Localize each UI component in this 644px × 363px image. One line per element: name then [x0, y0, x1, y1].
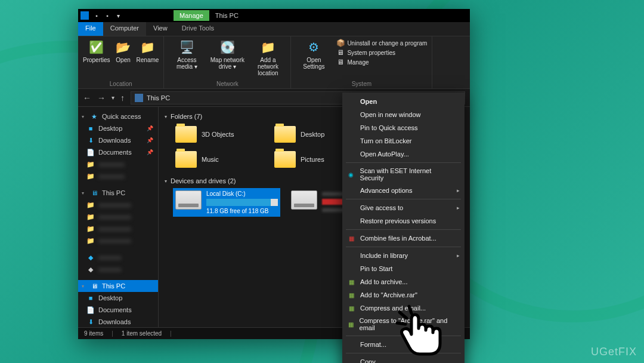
sidebar-quick-access[interactable]: ▾ ★ Quick access	[78, 110, 158, 122]
ctx-pin-start[interactable]: Pin to Start	[342, 262, 465, 275]
drive-free-text: 11.8 GB free of 118 GB	[206, 208, 278, 214]
sidebar-item-documents[interactable]: 📄 Documents	[78, 304, 158, 316]
sidebar-item-downloads[interactable]: ⬇ Downloads	[78, 316, 158, 327]
drive-local-disk-c[interactable]: Local Disk (C:) 11.8 GB free of 118 GB	[173, 188, 280, 217]
ctx-autoplay[interactable]: Open AutoPlay...	[342, 147, 465, 161]
sidebar-item-blurred[interactable]: 📁xxxxxxxxxx	[78, 235, 158, 247]
sidebar-item-desktop[interactable]: ■ Desktop	[78, 292, 158, 304]
folder-icon	[274, 151, 296, 168]
sidebar-item-blurred[interactable]: 📁xxxxxxxxxx	[78, 199, 158, 211]
ctx-restore-versions[interactable]: Restore previous versions	[342, 214, 465, 227]
winrar-icon: ▦	[347, 278, 355, 286]
back-button[interactable]: ←	[83, 93, 91, 103]
tab-file[interactable]: File	[78, 22, 103, 36]
ctx-label: Turn on BitLocker	[360, 137, 411, 144]
section-label: Devices and drives (2)	[171, 177, 236, 184]
ctx-label: Pin to Quick access	[360, 124, 418, 131]
sidebar-item-blurred[interactable]: 📁xxxxxxxxxx	[78, 211, 158, 223]
open-button[interactable]: 📂 Open	[115, 39, 132, 63]
ribbon-label: Add a network location	[250, 57, 286, 76]
folder-label: 3D Objects	[202, 131, 234, 138]
ctx-format[interactable]: Format...	[342, 338, 465, 351]
ribbon-tabs: File Computer View Drive Tools	[78, 22, 470, 36]
sidebar-item-blurred[interactable]: 📁xxxxxxxx	[78, 170, 158, 182]
system-properties-button[interactable]: 🖥 System properties	[336, 48, 427, 57]
qat-icon[interactable]: ▪	[92, 11, 101, 20]
quick-access-toolbar: ▪ ▪ ▾	[92, 11, 122, 20]
access-media-button[interactable]: 🖥️ Access media ▾	[169, 39, 205, 76]
sidebar-item-documents[interactable]: 📄 Documents 📌	[78, 146, 158, 158]
group-label: Network	[169, 79, 286, 87]
open-settings-button[interactable]: ⚙ Open Settings	[296, 39, 332, 70]
map-drive-button[interactable]: 💽 Map network drive ▾	[209, 39, 245, 76]
qat-icon[interactable]: ▪	[103, 11, 112, 20]
ribbon-group-location: ✅ Properties 📂 Open 📁 Rename Location	[78, 36, 164, 88]
winrar-icon: ▦	[347, 320, 355, 328]
drive-icon: 💽	[219, 39, 236, 56]
ribbon-label: Map network drive ▾	[209, 57, 245, 70]
ctx-bitlocker[interactable]: Turn on BitLocker	[342, 134, 465, 147]
uninstall-program-button[interactable]: 📦 Uninstall or change a program	[336, 39, 427, 47]
ribbon-label: Open	[116, 57, 130, 63]
ctx-pin-quick-access[interactable]: Pin to Quick access	[342, 121, 465, 134]
ctx-add-archive[interactable]: ▦Add to archive...	[342, 275, 465, 288]
sidebar-this-pc[interactable]: ▾ 🖥 This PC	[78, 187, 158, 199]
chevron-down-icon: ▾	[165, 114, 167, 119]
window-title: This PC	[209, 10, 244, 21]
contextual-tab-manage[interactable]: Manage	[174, 10, 209, 21]
sidebar-item-blurred[interactable]: 📁xxxxxxxx	[78, 158, 158, 170]
ctx-label: Combine files in Acrobat...	[360, 235, 436, 242]
forward-button[interactable]: →	[97, 93, 106, 103]
drive-label: Local Disk (C:)	[206, 190, 278, 197]
properties-button[interactable]: ✅ Properties	[83, 39, 110, 63]
folder-3d-objects[interactable]: 3D Objects	[173, 124, 268, 145]
ctx-advanced-options[interactable]: Advanced options▸	[342, 184, 465, 197]
qat-dropdown-icon[interactable]: ▾	[114, 11, 122, 20]
sidebar-item-downloads[interactable]: ⬇ Downloads 📌	[78, 134, 158, 146]
sidebar-item-label: Desktop	[98, 294, 122, 302]
manage-button[interactable]: 🖥 Manage	[336, 58, 427, 66]
ribbon-label: Uninstall or change a program	[347, 40, 427, 47]
sidebar-item-desktop[interactable]: ■ Desktop 📌	[78, 122, 158, 134]
add-network-location-button[interactable]: 📁 Add a network location	[250, 39, 286, 76]
folder-icon	[175, 151, 197, 168]
rename-button[interactable]: 📁 Rename	[137, 39, 159, 63]
tab-view[interactable]: View	[146, 22, 175, 36]
ctx-compress-email[interactable]: ▦Compress and email...	[342, 302, 465, 315]
ctx-add-rar[interactable]: ▦Add to "Archive.rar"	[342, 288, 465, 302]
sidebar-item-blurred[interactable]: 📁xxxxxxxxxx	[78, 223, 158, 235]
sidebar-this-pc-selected[interactable]: ▾ 🖥 This PC	[78, 280, 158, 292]
sidebar-item-blurred[interactable]: ◆xxxxxxx	[78, 263, 158, 275]
ctx-compress-rar-email[interactable]: ▦Compress to "Archive.rar" and email	[342, 315, 465, 334]
sidebar-item-label: Documents	[98, 306, 132, 313]
sidebar-item-label: This PC	[102, 282, 125, 290]
group-label: Location	[83, 79, 159, 87]
folder-music[interactable]: Music	[173, 149, 268, 170]
section-label: Folders (7)	[171, 113, 202, 120]
ctx-label: Add to archive...	[360, 278, 408, 285]
ribbon-label: Open Settings	[296, 57, 332, 70]
context-menu: Open Open in new window Pin to Quick acc…	[342, 93, 465, 363]
selected-count: 1 item selected	[122, 330, 162, 337]
up-button[interactable]: ↑	[120, 93, 125, 103]
chevron-right-icon: ▸	[457, 187, 460, 193]
ctx-include-library[interactable]: Include in library▸	[342, 249, 465, 262]
chevron-right-icon: ▸	[457, 205, 460, 211]
chevron-down-icon: ▾	[82, 114, 86, 119]
ctx-combine-acrobat[interactable]: ▦Combine files in Acrobat...	[342, 232, 465, 245]
ctx-open-new-window[interactable]: Open in new window	[342, 108, 465, 121]
folder-icon	[274, 126, 296, 143]
ctx-copy[interactable]: Copy	[342, 355, 465, 363]
sidebar-item-blurred[interactable]: ◆xxxxxxx	[78, 251, 158, 263]
acrobat-icon: ▦	[347, 234, 355, 242]
rename-icon: 📁	[139, 39, 156, 56]
app-icon	[80, 11, 89, 20]
tab-drive-tools[interactable]: Drive Tools	[175, 22, 221, 36]
ctx-open[interactable]: Open	[342, 95, 465, 108]
ctx-eset-scan[interactable]: ◉Scan with ESET Internet Security	[342, 165, 465, 184]
tab-computer[interactable]: Computer	[103, 22, 146, 36]
ctx-give-access[interactable]: Give access to▸	[342, 201, 465, 214]
ctx-label: Include in library	[360, 252, 408, 259]
disk-icon	[291, 190, 317, 210]
recent-locations-button[interactable]: ▾	[112, 94, 114, 101]
